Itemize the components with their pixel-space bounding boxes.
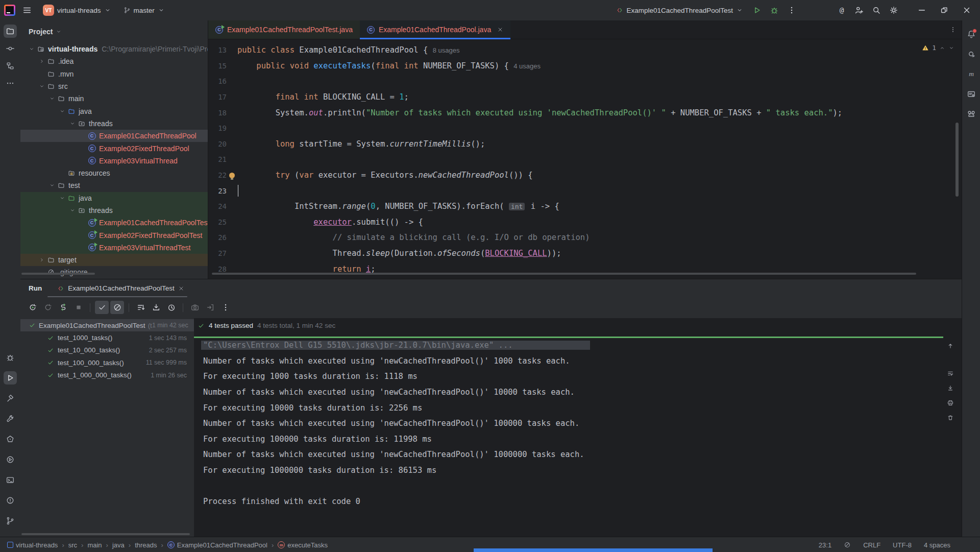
- thread-dump-button[interactable]: [203, 301, 217, 314]
- code-line-20[interactable]: 20long startTime = System.currentTimeMil…: [208, 136, 962, 152]
- code-line-23[interactable]: 23: [208, 183, 962, 199]
- editor-tab-inactive[interactable]: CExample01CachedThreadPoolTest.java: [208, 20, 360, 39]
- tree-item-src[interactable]: src: [20, 80, 208, 92]
- run-configuration-selector[interactable]: Example01CachedThreadPoolTest: [612, 3, 747, 18]
- tree-item--mvn[interactable]: .mvn: [20, 68, 208, 80]
- at-mentions-icon[interactable]: [834, 3, 849, 18]
- close-tab-icon[interactable]: [497, 27, 503, 33]
- version-control-tool-icon[interactable]: [4, 514, 17, 527]
- project-tool-icon[interactable]: [4, 25, 17, 38]
- run-button[interactable]: [749, 3, 765, 18]
- tree-item-example02fixedthreadpool[interactable]: CExample02FixedThreadPool: [20, 142, 208, 154]
- tree-item-main[interactable]: main: [20, 92, 208, 105]
- settings-icon[interactable]: [886, 3, 901, 18]
- run-tool-icon[interactable]: [4, 371, 17, 385]
- tree-item-example02fixedthreadpooltest[interactable]: CExample02FixedThreadPoolTest: [20, 229, 208, 241]
- tree-item-example01cachedthreadpooltest[interactable]: CExample01CachedThreadPoolTest: [20, 217, 208, 229]
- tab-options-icon[interactable]: [949, 26, 957, 33]
- code-line-16[interactable]: 16: [208, 74, 962, 89]
- scroll-up-icon[interactable]: [944, 340, 957, 352]
- run-console[interactable]: 4 tests passed 4 tests total, 1 min 42 s…: [194, 318, 962, 537]
- tree-item-target[interactable]: target: [20, 254, 208, 266]
- print-console-icon[interactable]: [944, 397, 957, 409]
- snapshot-button[interactable]: [188, 301, 202, 314]
- code-line-21[interactable]: 21: [208, 152, 962, 167]
- stop-button[interactable]: [71, 301, 85, 314]
- code-line-26[interactable]: 26// simulate a blicking call (e.g. I/O …: [208, 230, 962, 246]
- branch-widget[interactable]: master: [119, 3, 169, 18]
- tools-icon[interactable]: [4, 412, 17, 425]
- soft-wrap-icon[interactable]: [944, 367, 957, 379]
- main-menu-icon[interactable]: [19, 3, 35, 18]
- tree-item-test[interactable]: test: [20, 179, 208, 191]
- code-line-28[interactable]: 28return i;: [208, 261, 962, 277]
- intention-bulb-icon[interactable]: [229, 173, 235, 178]
- clear-console-icon[interactable]: [944, 412, 957, 424]
- close-button[interactable]: [957, 2, 977, 18]
- ai-assistant-icon[interactable]: [965, 47, 978, 61]
- tree-item-threads[interactable]: threads: [20, 117, 208, 130]
- test-history-button[interactable]: [164, 301, 178, 314]
- code-with-me-icon[interactable]: [851, 3, 867, 18]
- code-line-24[interactable]: 24IntStream.range(0, NUMBER_OF_TASKS).fo…: [208, 199, 962, 214]
- tree-item-java[interactable]: java: [20, 192, 208, 204]
- project-switcher[interactable]: VT virtual-threads: [39, 3, 115, 18]
- more-run-options-button[interactable]: [218, 301, 232, 314]
- tree-item-virtual-threads[interactable]: virtual-threadsC:\Programiranje\Primeri-…: [20, 43, 208, 55]
- services-tool-icon[interactable]: [4, 453, 17, 466]
- caret-position[interactable]: 23:1: [819, 541, 831, 549]
- code-line-15[interactable]: 15public void executeTasks(final int NUM…: [208, 58, 962, 74]
- breadcrumb-src[interactable]: src: [68, 541, 77, 549]
- tree-item-example03virtualthread[interactable]: CExample03VirtualThread: [20, 155, 208, 167]
- test-root-row[interactable]: Example01CachedThreadPoolTest(t1 min 42 …: [20, 319, 194, 331]
- run-tab[interactable]: Example01CachedThreadPoolTest: [57, 284, 184, 292]
- code-line-27[interactable]: 27Thread.sleep(Duration.ofSeconds(BLOCKI…: [208, 246, 962, 261]
- tree-item-example03virtualthreadtest[interactable]: CExample03VirtualThreadTest: [20, 242, 208, 254]
- debug-button[interactable]: [767, 3, 782, 18]
- highlighting-level-icon[interactable]: [844, 541, 851, 548]
- editor-tab-active[interactable]: CExample01CachedThreadPool.java: [360, 20, 510, 39]
- code-line-17[interactable]: 17final int BLOCKING_CALL = 1;: [208, 89, 962, 105]
- toggle-auto-test-button[interactable]: [56, 301, 70, 314]
- breadcrumb-virtual-threads[interactable]: virtual-threads: [7, 541, 58, 549]
- code-line-25[interactable]: 25executor.submit(() -> {: [208, 214, 962, 230]
- code-line-22[interactable]: 22try (var executor = Executors.newCache…: [208, 167, 962, 183]
- minimize-button[interactable]: [912, 2, 932, 18]
- sort-tests-button[interactable]: [134, 301, 148, 314]
- code-line-13[interactable]: 13public class Example01CachedThreadPool…: [208, 42, 962, 58]
- test-row[interactable]: test_1000_tasks()1 sec 143 ms: [20, 331, 194, 344]
- scroll-to-end-icon[interactable]: [944, 382, 957, 394]
- close-icon[interactable]: [178, 285, 184, 292]
- notifications-icon[interactable]: [965, 28, 978, 41]
- code-editor[interactable]: 1 13public class Example01CachedThreadPo…: [208, 39, 962, 279]
- commit-tool-icon[interactable]: [4, 42, 17, 55]
- tree-item-java[interactable]: java: [20, 105, 208, 117]
- code-line-19[interactable]: 19: [208, 121, 962, 136]
- breadcrumb-main[interactable]: main: [87, 541, 102, 549]
- endpoints-tool-icon[interactable]: [4, 433, 17, 446]
- indent-config[interactable]: 4 spaces: [924, 541, 950, 549]
- breadcrumb-threads[interactable]: threads: [135, 541, 157, 549]
- rerun-tests-button[interactable]: [26, 301, 39, 314]
- project-panel-header[interactable]: Project: [20, 20, 208, 43]
- gradle-icon[interactable]: [965, 107, 978, 121]
- tree-item-resources[interactable]: resources: [20, 167, 208, 179]
- rerun-failed-tests-button[interactable]: [41, 301, 55, 314]
- more-tools-icon[interactable]: [4, 77, 17, 90]
- import-test-results-button[interactable]: [149, 301, 163, 314]
- breadcrumb-java[interactable]: java: [112, 541, 125, 549]
- test-row[interactable]: test_1_000_000_tasks()1 min 26 sec: [20, 369, 194, 381]
- debug-tool-icon[interactable]: [4, 351, 17, 364]
- build-tool-icon[interactable]: [4, 392, 17, 405]
- file-encoding[interactable]: UTF-8: [893, 541, 912, 549]
- line-separator[interactable]: CRLF: [863, 541, 880, 549]
- show-passed-toggle[interactable]: [95, 301, 109, 314]
- tree-item--idea[interactable]: .idea: [20, 55, 208, 67]
- restore-button[interactable]: [934, 2, 954, 18]
- breadcrumb-executetasks[interactable]: mexecuteTasks: [278, 541, 328, 549]
- tree-item-threads[interactable]: threads: [20, 204, 208, 217]
- documentation-icon[interactable]: [965, 87, 978, 101]
- code-line-18[interactable]: 18System.out.println("Number of tasks wh…: [208, 105, 962, 121]
- more-actions-icon[interactable]: [784, 3, 799, 18]
- problems-tool-icon[interactable]: [4, 494, 17, 507]
